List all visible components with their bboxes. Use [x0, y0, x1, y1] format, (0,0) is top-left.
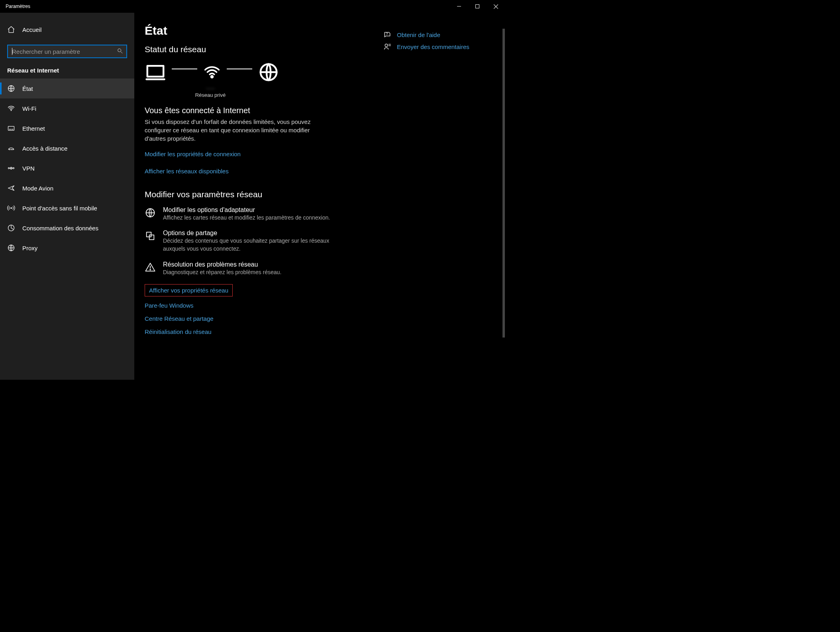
- link-modify-connection-props[interactable]: Modifier les propriétés de connexion: [145, 151, 241, 157]
- nav-list: État Wi-Fi Ethernet: [0, 79, 134, 258]
- network-profile: Réseau privé: [188, 92, 232, 99]
- globe-icon: [7, 84, 15, 92]
- sidebar-item-vpn[interactable]: VPN: [0, 158, 134, 178]
- sidebar: Accueil Réseau et Internet: [0, 13, 134, 380]
- adapter-icon: [145, 207, 156, 218]
- window-title: Paramètres: [6, 4, 30, 9]
- svg-point-4: [118, 49, 121, 52]
- connected-title: Vous êtes connecté à Internet: [145, 106, 384, 115]
- sidebar-item-dialup[interactable]: Accès à distance: [0, 138, 134, 158]
- settings-window: Paramètres Accueil: [0, 0, 505, 380]
- option-adapter[interactable]: Modifier les options d'adaptateur Affich…: [145, 206, 384, 222]
- sidebar-item-label: Mode Avion: [22, 185, 53, 192]
- svg-text:?: ?: [386, 32, 388, 36]
- sidebar-item-ethernet[interactable]: Ethernet: [0, 118, 134, 138]
- airplane-icon: [7, 184, 15, 192]
- category-title: Réseau et Internet: [0, 67, 134, 79]
- svg-point-9: [9, 149, 10, 150]
- window-controls: [450, 0, 505, 13]
- sidebar-item-label: État: [22, 85, 33, 92]
- feedback-label: Envoyer des commentaires: [397, 43, 469, 50]
- get-help-label: Obtenir de l'aide: [397, 31, 440, 38]
- search-input[interactable]: [8, 45, 126, 57]
- network-labels: ······ Réseau privé: [188, 85, 232, 99]
- sidebar-item-status[interactable]: État: [0, 79, 134, 98]
- home-label: Accueil: [22, 26, 41, 33]
- sidebar-item-label: Point d'accès sans fil mobile: [22, 205, 97, 212]
- option-troubleshoot[interactable]: Résolution des problèmes réseau Diagnost…: [145, 261, 384, 276]
- warning-triangle-icon: [145, 262, 156, 273]
- ethernet-icon: [7, 124, 15, 132]
- help-column: ? Obtenir de l'aide Envoyer des commenta…: [383, 31, 469, 51]
- svg-point-19: [211, 76, 213, 78]
- option-title: Modifier les options d'adaptateur: [163, 206, 330, 214]
- link-network-reset[interactable]: Réinitialisation du réseau: [145, 328, 212, 335]
- internet-globe-icon: [258, 61, 279, 83]
- search-container: [0, 45, 134, 67]
- svg-rect-22: [147, 232, 151, 237]
- feedback-icon: [383, 43, 391, 51]
- modify-heading: Modifier vos paramètres réseau: [145, 190, 384, 199]
- sidebar-item-wifi[interactable]: Wi-Fi: [0, 98, 134, 118]
- connection-line: [172, 69, 197, 69]
- svg-point-11: [12, 149, 13, 150]
- sidebar-item-label: Ethernet: [22, 125, 45, 132]
- link-windows-firewall[interactable]: Pare-feu Windows: [145, 302, 194, 309]
- wifi-router-icon: [203, 63, 221, 81]
- sidebar-item-label: Accès à distance: [22, 145, 67, 152]
- main-content: État Statut du réseau: [134, 13, 505, 380]
- option-desc: Décidez des contenus que vous souhaitez …: [163, 237, 330, 253]
- status-heading: Statut du réseau: [145, 45, 384, 54]
- dialup-icon: [7, 144, 15, 152]
- feedback-link[interactable]: Envoyer des commentaires: [383, 43, 469, 51]
- option-sharing[interactable]: Options de partage Décidez des contenus …: [145, 230, 384, 253]
- option-title: Options de partage: [163, 230, 330, 237]
- device-icon: [145, 61, 166, 83]
- sidebar-item-proxy[interactable]: Proxy: [0, 238, 134, 258]
- minimize-button[interactable]: [450, 0, 468, 13]
- sidebar-item-label: Proxy: [22, 245, 37, 251]
- datause-icon: [7, 224, 15, 232]
- svg-point-10: [11, 149, 12, 150]
- search-icon: [117, 48, 123, 55]
- svg-rect-8: [8, 126, 14, 130]
- sidebar-item-label: VPN: [22, 165, 35, 172]
- home-button[interactable]: Accueil: [0, 22, 134, 37]
- help-icon: ?: [383, 31, 391, 39]
- svg-line-5: [121, 52, 122, 53]
- option-desc: Diagnostiquez et réparez les problèmes r…: [163, 268, 281, 276]
- network-diagram: [145, 61, 384, 83]
- svg-rect-18: [147, 66, 164, 77]
- scrollbar[interactable]: [502, 29, 505, 380]
- home-icon: [7, 26, 15, 33]
- svg-point-27: [385, 44, 388, 47]
- link-network-sharing-center[interactable]: Centre Réseau et partage: [145, 315, 214, 322]
- svg-rect-1: [476, 5, 479, 8]
- proxy-icon: [7, 244, 15, 252]
- scrollbar-thumb[interactable]: [502, 29, 505, 338]
- page-title: État: [145, 24, 384, 37]
- link-view-network-props[interactable]: Afficher vos propriétés réseau: [149, 287, 228, 294]
- sidebar-item-datause[interactable]: Consommation des données: [0, 218, 134, 238]
- sidebar-item-label: Wi-Fi: [22, 105, 36, 112]
- svg-rect-23: [149, 235, 154, 240]
- get-help-link[interactable]: ? Obtenir de l'aide: [383, 31, 469, 39]
- option-title: Résolution des problèmes réseau: [163, 261, 281, 268]
- text-caret: [12, 48, 12, 55]
- maximize-button[interactable]: [468, 0, 487, 13]
- titlebar: Paramètres: [0, 0, 505, 13]
- close-button[interactable]: [487, 0, 505, 13]
- link-show-available-networks[interactable]: Afficher les réseaux disponibles: [145, 168, 229, 175]
- vpn-icon: [7, 164, 15, 172]
- option-desc: Affichez les cartes réseau et modifiez l…: [163, 214, 330, 222]
- connection-line: [227, 69, 252, 69]
- sidebar-item-hotspot[interactable]: Point d'accès sans fil mobile: [0, 198, 134, 218]
- network-ssid: ······: [188, 85, 232, 92]
- highlighted-link-box: Afficher vos propriétés réseau: [145, 284, 233, 296]
- hotspot-icon: [7, 204, 15, 212]
- svg-point-15: [11, 208, 12, 209]
- search-box[interactable]: [7, 45, 127, 58]
- svg-point-25: [150, 269, 151, 270]
- svg-point-7: [11, 110, 12, 111]
- sidebar-item-airplane[interactable]: Mode Avion: [0, 178, 134, 198]
